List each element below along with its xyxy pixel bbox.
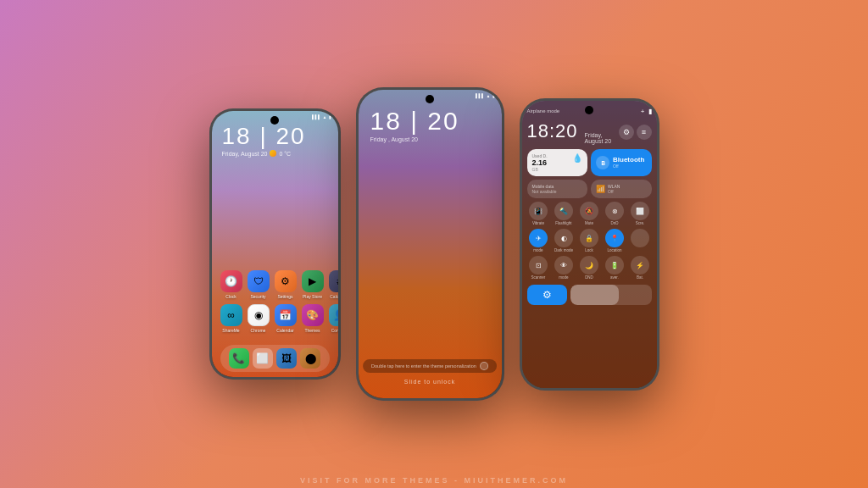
cc-darkmode-btn[interactable]: ◐ Dark mode	[553, 229, 576, 252]
cc-grid-row-2: ✈ mode ◐ Dark mode 🔒 Lock 📍	[527, 229, 652, 252]
phone-1-homescreen: ▌▌▌ ▲ ▮ 18 | 20 Friday, August 20 0 °C 🕐	[209, 108, 341, 380]
cc-data-tile[interactable]: 💧 Used D. 2.16 GB	[527, 149, 588, 177]
phone-2-time: 18 | 20 Friday , August 20	[370, 107, 459, 142]
app-playstore[interactable]: ▶ Play Store	[302, 270, 324, 299]
cc-wlan-tile[interactable]: 📶 WLAN Off	[591, 180, 652, 198]
dock-gallery[interactable]: 🖼	[276, 348, 297, 369]
punchhole-3	[585, 106, 593, 114]
app-calendar[interactable]: 📅 Calendar	[275, 304, 297, 333]
app-settings[interactable]: ⚙ Settings	[275, 270, 297, 299]
slide-unlock: Slide to unlock	[404, 379, 456, 385]
cc-grid-row-3: ⊡ Scanner 👁 mode 🌙 DND 🔋	[527, 256, 652, 280]
battery-icon: ▮	[329, 114, 331, 119]
background: ▌▌▌ ▲ ▮ 18 | 20 Friday, August 20 0 °C 🕐	[0, 0, 868, 488]
shareme-icon: ∞	[220, 304, 242, 326]
calculator-icon: #	[329, 270, 338, 292]
app-themes[interactable]: 🎨 Themes	[302, 304, 324, 333]
app-security[interactable]: 🛡 Security	[248, 270, 270, 299]
phone-1-date: Friday, August 20 0 °C	[222, 150, 306, 157]
cc-bottom-bar: ⚙	[527, 285, 652, 305]
dock-app[interactable]: ⬤	[300, 348, 320, 369]
contacts-icon: 👤	[329, 304, 338, 326]
control-center: Airplane mode + ▮ 18:20 Friday, August 2…	[522, 101, 657, 388]
phone-3-controlcenter: Airplane mode + ▮ 18:20 Friday, August 2…	[520, 98, 659, 391]
cc-vibrate-btn[interactable]: 📳 Vibrate	[527, 202, 550, 225]
bluetooth-icon: ʙ	[596, 156, 609, 169]
cc-dnd2-btn[interactable]: 🌙 DND	[578, 256, 601, 280]
cc-dnd-icon-btn[interactable]: ⊗ DnD	[604, 202, 626, 225]
dock-phone[interactable]: 📞	[229, 348, 249, 369]
dock-photos[interactable]: ⬜	[253, 348, 273, 369]
signal-icon-2: ▌▌▌	[476, 93, 485, 98]
cc-menu-button[interactable]: ≡	[637, 125, 652, 140]
cc-tiles-row-2: Mobile data Not available 📶 WLAN Off	[527, 180, 652, 198]
wifi-icon: ▲	[323, 114, 327, 119]
app-grid: 🕐 Clock 🛡 Security ⚙ Settings ▶ Play Sto…	[220, 270, 330, 333]
themes-icon: 🎨	[302, 304, 324, 326]
cc-date: Friday, August 20	[585, 132, 619, 144]
cc-scanner-btn[interactable]: ⊡ Scanner	[527, 256, 550, 280]
punchhole-2	[426, 95, 434, 103]
cc-top-icons: + ▮	[641, 108, 652, 115]
phone-1-clock: 18 | 20	[222, 125, 306, 148]
phones-container: ▌▌▌ ▲ ▮ 18 | 20 Friday, August 20 0 °C 🕐	[209, 87, 659, 401]
security-icon: 🛡	[248, 270, 270, 292]
cc-bat-btn[interactable]: ⚡ Bat.	[629, 256, 652, 280]
phone-2-lockscreen: ▌▌▌ ▲ ▮ 18 | 20 Friday , August 20 Doubl…	[356, 87, 504, 401]
app-clock[interactable]: 🕐 Clock	[220, 270, 242, 299]
calendar-icon: 📅	[275, 304, 297, 326]
signal-icon: ▌▌▌	[312, 114, 321, 119]
cc-empty-btn	[629, 229, 652, 252]
cc-settings-bottom-btn[interactable]: ⚙	[527, 285, 568, 305]
cc-screen-btn[interactable]: ⬜ Scre.	[629, 202, 652, 225]
battery-icon-2: ▮	[492, 93, 495, 98]
watermark: VISIT FOR MORE THEMES - MIUITHEMER.COM	[0, 476, 868, 488]
cc-settings-row: ⚙ ≡	[619, 125, 652, 140]
cc-mode2-btn[interactable]: 👁 mode	[553, 256, 576, 280]
status-icons-2: ▌▌▌ ▲ ▮	[476, 93, 495, 98]
cc-tiles-row-1: 💧 Used D. 2.16 GB ʙ Bluetooth Off	[527, 149, 652, 177]
airplane-mode-text: Airplane mode	[527, 108, 560, 114]
phone-2-screen: ▌▌▌ ▲ ▮ 18 | 20 Friday , August 20 Doubl…	[359, 90, 502, 398]
cc-airplane-btn[interactable]: ✈ mode	[527, 229, 550, 252]
phone-1-time: 18 | 20 Friday, August 20 0 °C	[222, 125, 306, 157]
phone-1-dock: 📞 ⬜ 🖼 ⬤	[220, 345, 330, 372]
cc-flashlight-btn[interactable]: 🔦 Flashlight	[553, 202, 576, 225]
cc-brightness-fill	[570, 285, 619, 305]
phone-2-clock: 18 | 20	[370, 107, 459, 136]
app-chrome[interactable]: ◉ Chrome	[248, 304, 270, 333]
cc-brightness-slider[interactable]	[570, 285, 651, 305]
phone-2-date: Friday , August 20	[370, 136, 459, 142]
wifi-icon-2: ▲	[487, 93, 491, 98]
clock-icon: 🕐	[220, 270, 242, 292]
cc-clock: 18:20	[527, 120, 578, 142]
cc-battery-saver-btn[interactable]: 🔋 aver.	[604, 256, 626, 280]
cc-bluetooth-tile[interactable]: ʙ Bluetooth Off	[591, 149, 652, 177]
status-icons-1: ▌▌▌ ▲ ▮	[312, 114, 331, 119]
weather-icon	[270, 150, 276, 157]
camera-button[interactable]	[480, 362, 488, 370]
plus-icon: +	[641, 108, 645, 115]
cc-lock-btn[interactable]: 🔒 Lock	[578, 229, 601, 252]
chrome-icon: ◉	[248, 304, 270, 326]
battery-icon-3: ▮	[648, 108, 652, 115]
cc-mobile-data-tile[interactable]: Mobile data Not available	[527, 180, 588, 198]
water-icon: 💧	[572, 153, 582, 163]
playstore-icon: ▶	[302, 270, 324, 292]
app-contacts[interactable]: 👤 Contacts	[329, 304, 338, 333]
punchhole-1	[270, 116, 279, 125]
cc-mute-btn[interactable]: 🔕 Mute	[578, 202, 601, 225]
cc-location-btn[interactable]: 📍 Location	[604, 229, 626, 252]
app-calculator[interactable]: # Calculator	[329, 270, 338, 299]
cc-time-row: 18:20 Friday, August 20 ⚙ ≡	[527, 120, 652, 144]
personalize-bar[interactable]: Double tap here to enter the theme perso…	[363, 359, 497, 373]
app-shareme[interactable]: ∞ ShareMe	[220, 304, 242, 333]
settings-icon: ⚙	[275, 270, 297, 292]
phone-1-screen: ▌▌▌ ▲ ▮ 18 | 20 Friday, August 20 0 °C 🕐	[212, 111, 338, 377]
cc-grid-row-1: 📳 Vibrate 🔦 Flashlight 🔕 Mute ⊗	[527, 202, 652, 225]
phone-3-screen: Airplane mode + ▮ 18:20 Friday, August 2…	[522, 101, 657, 388]
cc-settings-button[interactable]: ⚙	[619, 125, 634, 140]
